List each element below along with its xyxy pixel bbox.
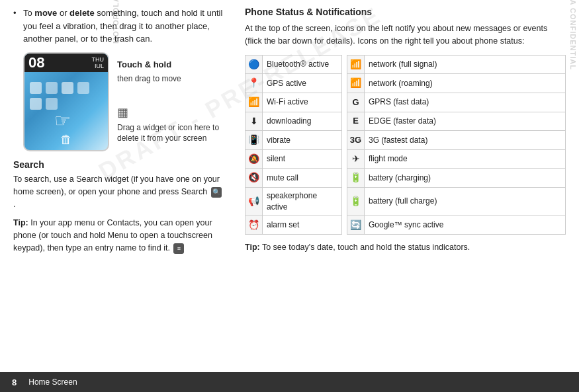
status-right-icon: 🔋 (347, 169, 365, 188)
status-right-icon: G (347, 93, 365, 112)
bullet-move-delete: To move or delete something, touch and h… (13, 7, 225, 46)
phone-status-title: Phone Status & Notifications (245, 7, 566, 17)
table-spacer (342, 131, 347, 150)
table-row: 🔕silent✈flight mode (245, 149, 566, 169)
table-row: 🔵Bluetooth® active📶network (full signal) (245, 55, 566, 74)
status-left-icon: ⬇ (245, 112, 263, 131)
left-column: To move or delete something, touch and h… (13, 7, 238, 366)
status-left-label: GPS active (263, 74, 342, 93)
page-container: MOTOROLA CONFIDENTIAL MOTOROLA CONFIDENT… (0, 0, 579, 392)
status-left-label: Wi-Fi active (263, 93, 342, 112)
status-left-icon: 🔇 (245, 169, 263, 188)
status-right-label: GPRS (fast data) (365, 93, 566, 112)
phone-date: 08 (28, 56, 44, 70)
status-left-icon: ⏰ (245, 216, 263, 235)
status-left-label: vibrate (263, 131, 342, 150)
search-icon-inline: 🔍 (211, 187, 222, 198)
status-right-label: 3G (fastest data) (365, 131, 566, 150)
finger-icon: ☞ (54, 110, 71, 132)
status-left-icon: 🔕 (245, 149, 263, 169)
menu-icon-inline: ≡ (173, 243, 184, 254)
search-body: To search, use a Search widget (if you h… (13, 173, 225, 212)
status-left-icon: 📍 (245, 74, 263, 93)
phone-status-body: At the top of the screen, icons on the l… (245, 22, 566, 48)
touch-hold-labels: Touch & hold then drag to move ▦ Drag a … (117, 52, 225, 151)
right-column: Phone Status & Notifications At the top … (238, 7, 566, 366)
screen-header: 08 THUIUL (24, 54, 108, 72)
table-spacer (342, 169, 347, 188)
status-left-label: alarm set (263, 216, 342, 235)
status-right-icon: 🔋 (347, 187, 365, 216)
phone-image: 08 THUIUL ☞ (23, 52, 109, 151)
status-left-icon: 📳 (245, 131, 263, 150)
table-row: 📶Wi-Fi activeGGPRS (fast data) (245, 93, 566, 112)
touch-hold-title: Touch & hold (117, 59, 171, 69)
status-left-label: mute call (263, 169, 342, 188)
table-row: ⏰alarm set🔄Google™ sync active (245, 216, 566, 235)
footer-bar: 8 Home Screen (0, 372, 579, 392)
footer-page-number: 8 (12, 377, 17, 387)
footer-title: Home Screen (28, 377, 77, 387)
status-table: 🔵Bluetooth® active📶network (full signal)… (245, 55, 566, 235)
table-row: ⬇downloadingEEDGE (faster data) (245, 112, 566, 131)
status-right-icon: 3G (347, 131, 365, 150)
table-row: 📢speakerphone active🔋battery (full charg… (245, 187, 566, 216)
search-tip: Tip: In your app menu or Contacts, you c… (13, 217, 225, 255)
table-spacer (342, 112, 347, 131)
table-spacer (342, 216, 347, 235)
table-spacer (342, 149, 347, 169)
phone-day-month: THUIUL (92, 56, 105, 69)
status-right-icon: ✈ (347, 149, 365, 169)
touch-hold-sub: then drag to move (117, 73, 225, 85)
status-right-icon: 📶 (347, 55, 365, 74)
status-right-label: flight mode (365, 149, 566, 169)
status-right-icon: 📶 (347, 74, 365, 93)
status-left-icon: 🔵 (245, 55, 263, 74)
status-right-label: battery (charging) (365, 169, 566, 188)
trash-icon: 🗑 (60, 133, 72, 147)
table-spacer (342, 55, 347, 74)
status-left-label: downloading (263, 112, 342, 131)
table-spacer (342, 187, 347, 216)
status-right-label: EDGE (faster data) (365, 112, 566, 131)
drag-label: Drag a widget or icon here to delete it … (117, 122, 225, 145)
status-right-label: Google™ sync active (365, 216, 566, 235)
touch-hold-box: 08 THUIUL ☞ (23, 52, 225, 151)
status-right-icon: 🔄 (347, 216, 365, 235)
table-row: 📳vibrate3G3G (fastest data) (245, 131, 566, 150)
table-spacer (342, 93, 347, 112)
table-row: 📍GPS active📶network (roaming) (245, 74, 566, 93)
table-row: 🔇mute call🔋battery (charging) (245, 169, 566, 188)
status-right-label: battery (full charge) (365, 187, 566, 216)
status-left-icon: 📢 (245, 187, 263, 216)
status-left-label: silent (263, 149, 342, 169)
widget-icon: ▦ (117, 105, 225, 120)
search-title: Search (13, 159, 225, 170)
status-right-icon: E (347, 112, 365, 131)
main-content: To move or delete something, touch and h… (0, 0, 579, 372)
status-left-label: speakerphone active (263, 187, 342, 216)
status-tip: Tip: To see today's date, touch and hold… (245, 241, 566, 254)
status-left-label: Bluetooth® active (263, 55, 342, 74)
status-right-label: network (full signal) (365, 55, 566, 74)
status-right-label: network (roaming) (365, 74, 566, 93)
status-left-icon: 📶 (245, 93, 263, 112)
table-spacer (342, 74, 347, 93)
